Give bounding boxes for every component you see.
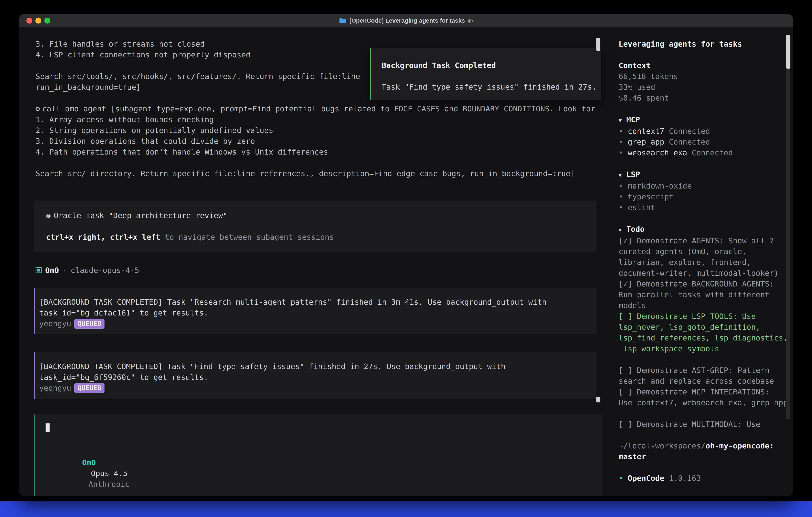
desktop-bottom-strip [0, 501, 812, 517]
message-line: task_id="bg_dcfac161" to get results. [39, 307, 588, 318]
oracle-hint-line: ctrl+x right, ctrl+x left to navigate be… [46, 232, 597, 243]
todo-heading[interactable]: ▼ Todo [618, 224, 793, 235]
message-line: [BACKGROUND TASK COMPLETED] Task "Resear… [39, 297, 588, 307]
prompt-input[interactable]: OmO Opus 4.5 Anthropic [34, 414, 602, 496]
sidebar: Leveraging agents for tasks Context 66,5… [615, 27, 793, 496]
agent-separator: · [62, 266, 67, 275]
minimize-button[interactable] [35, 18, 41, 24]
text-cursor [46, 424, 50, 432]
terminal-line: 1. Array access without bounds checking [35, 114, 605, 125]
message-author: yeongyu [39, 383, 71, 393]
notification-body: Task "Find type safety issues" finished … [382, 82, 601, 92]
agent-header: OmO · claude-opus-4-5 [35, 265, 605, 276]
input-model-label: Opus 4.5 [91, 469, 127, 478]
bullet-icon: • [618, 203, 628, 212]
message-line: task_id="bg_6f59260c" to get results. [39, 372, 588, 383]
todo-item: [✓] Demonstrate AGENTS: Show all 7 curat… [618, 235, 793, 278]
mcp-item: • grep_app Connected [618, 137, 793, 147]
message-line: [BACKGROUND TASK COMPLETED] Task "Find t… [39, 361, 588, 372]
sidebar-scrollbar[interactable] [786, 35, 790, 419]
traffic-lights [26, 18, 50, 24]
window-title: [OpenCode] Leveraging agents for tasks ◐ [19, 15, 793, 27]
collapse-triangle-icon: ▼ [618, 227, 622, 233]
tool-call-line: ⚙call_omo_agent [subagent_type=explore, … [35, 103, 605, 114]
todo-spacer [618, 408, 793, 419]
zoom-button[interactable] [45, 18, 50, 24]
collapse-triangle-icon: ▼ [618, 117, 622, 124]
queued-badge: QUEUED [74, 383, 105, 393]
todo-item: [✓] Demonstrate BACKGROUND AGENTS: Run p… [618, 278, 793, 311]
workspace-path-prefix: ~/local-workspaces/ [618, 441, 705, 450]
todo-item: [ ] Demonstrate MULTIMODAL: Use [618, 419, 793, 430]
todo-list: [✓] Demonstrate AGENTS: Show all 7 curat… [618, 235, 793, 430]
hint-keys: ctrl+x right, ctrl+x left [46, 233, 160, 242]
lsp-item-name: markdown-oxide [628, 182, 692, 190]
version-bullet: • [618, 474, 623, 483]
workspace-branch: master [618, 451, 793, 462]
bullet-icon: • [618, 182, 628, 190]
oracle-icon: ◉ [46, 211, 51, 220]
mcp-list: • context7 Connected• grep_app Connected… [618, 126, 793, 158]
tool-call-text: call_omo_agent [subagent_type=explore, p… [42, 104, 595, 113]
lsp-item: • markdown-oxide [618, 181, 793, 191]
context-used: 33% used [618, 82, 793, 92]
titlebar[interactable]: [OpenCode] Leveraging agents for tasks ◐ [19, 15, 793, 27]
sidebar-scrollbar-thumb[interactable] [786, 35, 790, 69]
input-meta: OmO Opus 4.5 Anthropic [46, 446, 602, 496]
version-line: • OpenCode 1.0.163 [618, 473, 793, 484]
mcp-item-name: websearch_exa [628, 148, 687, 157]
tool-result-lines: 1. Array access without bounds checking2… [35, 114, 605, 179]
app-name: OpenCode [628, 474, 664, 483]
main-scrollbar-thumb-bottom[interactable] [597, 397, 601, 403]
lsp-item: • typescript [618, 191, 793, 202]
agent-model: claude-opus-4-5 [71, 266, 139, 275]
context-heading: Context [618, 60, 793, 71]
todo-item: [ ] Demonstrate AST-GREP: Pattern search… [618, 365, 793, 386]
background-task-message-2: [BACKGROUND TASK COMPLETED] Task "Find t… [34, 352, 597, 399]
close-button[interactable] [26, 18, 32, 24]
mcp-item-status: Connected [664, 138, 710, 146]
lsp-heading[interactable]: ▼ LSP [618, 169, 793, 181]
window-title-text: [OpenCode] Leveraging agents for tasks [349, 17, 465, 24]
todo-item: [ ] Demonstrate LSP TOOLS: Use lsp_hover… [618, 311, 793, 354]
terminal-line: 4. Path operations that don't handle Win… [35, 146, 605, 157]
folder-icon [339, 18, 347, 24]
mcp-item: • context7 Connected [618, 126, 793, 137]
gear-icon: ⚙ [35, 104, 40, 113]
bullet-icon: • [618, 148, 628, 157]
terminal-line: Search src/ directory. Return specific f… [35, 168, 605, 179]
input-cursor-line[interactable] [46, 421, 602, 432]
task-completed-notification: Background Task Completed Task "Find typ… [370, 48, 601, 100]
lsp-list: • markdown-oxide• typescript• eslint [618, 181, 793, 213]
mcp-item-status: Connected [687, 148, 733, 157]
oracle-title: Oracle Task "Deep architecture review" [54, 211, 227, 220]
mcp-item: • websearch_exa Connected [618, 147, 793, 158]
bullet-icon: • [618, 138, 628, 146]
app-version: 1.0.163 [669, 474, 701, 483]
oracle-title-line: ◉Oracle Task "Deep architecture review" [46, 210, 597, 221]
input-provider-label: Anthropic [88, 480, 130, 489]
mcp-item-status: Connected [664, 127, 710, 136]
context-spent: $0.46 spent [618, 92, 793, 103]
lsp-item-name: eslint [628, 203, 655, 212]
main-scrollbar-thumb[interactable] [597, 38, 601, 51]
message-meta: yeongyu QUEUED [39, 383, 588, 393]
bullet-icon: • [618, 127, 628, 136]
terminal-line: 3. File handles or streams not closed [35, 38, 605, 49]
session-progress-icon: ◐ [468, 17, 473, 24]
hint-text: to navigate between subagent sessions [160, 233, 334, 242]
notification-title: Background Task Completed [382, 60, 601, 71]
context-tokens: 66,518 tokens [618, 71, 793, 82]
oracle-task-panel: ◉Oracle Task "Deep architecture review" … [34, 200, 597, 252]
terminal-window: [OpenCode] Leveraging agents for tasks ◐… [19, 15, 793, 496]
terminal-main: 3. File handles or streams not closed4. … [19, 27, 605, 496]
queued-badge: QUEUED [74, 319, 105, 329]
message-author: yeongyu [39, 318, 71, 329]
mcp-heading[interactable]: ▼ MCP [618, 114, 793, 126]
lsp-item-name: typescript [628, 192, 673, 201]
input-agent-label: OmO [82, 458, 96, 467]
terminal-line [35, 157, 605, 168]
mcp-item-name: context7 [628, 127, 664, 136]
session-title: Leveraging agents for tasks [618, 38, 793, 49]
terminal-line: 2. String operations on potentially unde… [35, 125, 605, 136]
